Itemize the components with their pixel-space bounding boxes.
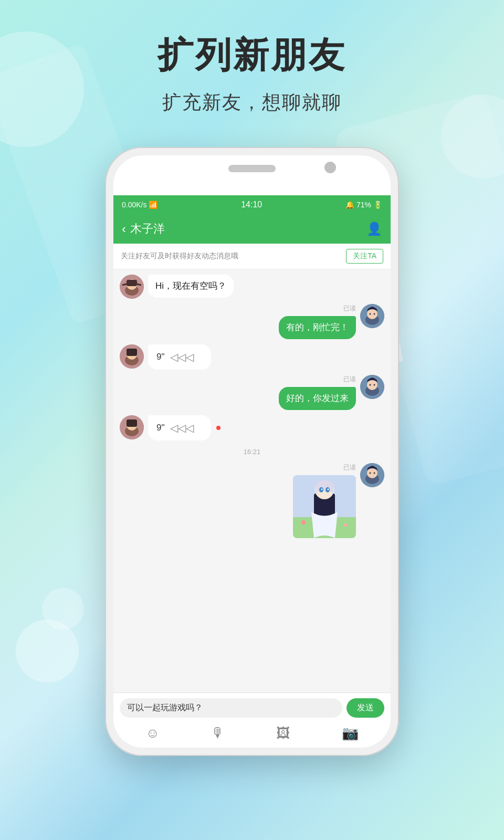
status-left: 0.00K/s 📶 bbox=[122, 201, 158, 209]
svg-rect-27 bbox=[127, 419, 137, 427]
voice-wave-icon-5: ◁◁◁ bbox=[170, 422, 194, 434]
back-button[interactable]: ‹ bbox=[122, 222, 126, 236]
bubble-2: 有的，刚忙完！ bbox=[279, 316, 356, 339]
svg-line-4 bbox=[122, 284, 127, 285]
svg-point-12 bbox=[374, 313, 375, 315]
status-bar: 0.00K/s 📶 14:10 🔔 71% 🔋 bbox=[113, 195, 391, 214]
screen: 0.00K/s 📶 14:10 🔔 71% 🔋 ‹ 木子洋 👤 bbox=[113, 195, 391, 748]
network-speed: 0.00K/s bbox=[122, 201, 146, 209]
bubble-1: Hi，现在有空吗？ bbox=[148, 275, 234, 298]
status-time: 14:10 bbox=[241, 200, 262, 209]
svg-rect-16 bbox=[127, 349, 137, 356]
sub-title: 扩充新友，想聊就聊 bbox=[0, 90, 504, 116]
message-1: Hi，现在有空吗？ bbox=[120, 275, 384, 299]
message-3: 9" ◁◁◁ bbox=[120, 344, 384, 370]
svg-point-18 bbox=[133, 353, 135, 355]
message-7: 已读 bbox=[120, 463, 384, 538]
image-bubble-7 bbox=[293, 475, 356, 538]
read-label-2: 已读 bbox=[343, 304, 356, 313]
svg-point-29 bbox=[133, 424, 135, 426]
input-bar: 可以一起玩游戏吗？ 发送 ☺ 🎙 🖼 📷 bbox=[113, 692, 391, 748]
avatar-self-1 bbox=[360, 304, 384, 328]
svg-point-17 bbox=[129, 353, 131, 355]
svg-point-34 bbox=[374, 472, 375, 474]
contact-name: 木子洋 bbox=[130, 221, 366, 237]
microphone-icon[interactable]: 🎙 bbox=[211, 725, 225, 741]
follow-button[interactable]: 关注TA bbox=[346, 249, 383, 264]
unread-dot bbox=[216, 426, 220, 430]
avatar-self-3 bbox=[360, 463, 384, 487]
battery-percent: 71% bbox=[356, 201, 371, 209]
header-area: 扩列新朋友 扩充新友，想聊就聊 bbox=[0, 32, 504, 116]
main-title: 扩列新朋友 bbox=[0, 32, 504, 79]
svg-point-7 bbox=[133, 284, 135, 286]
svg-point-10 bbox=[367, 309, 377, 319]
svg-point-23 bbox=[374, 384, 375, 385]
time-separator: 16:21 bbox=[120, 448, 384, 456]
avatar-other-3 bbox=[120, 415, 144, 439]
read-label-4: 已读 bbox=[343, 375, 356, 384]
input-row: 可以一起玩游戏吗？ 发送 bbox=[120, 698, 384, 718]
svg-point-44 bbox=[301, 520, 306, 524]
avatar-self-2 bbox=[360, 375, 384, 399]
svg-point-42 bbox=[321, 488, 323, 490]
bubble-4: 好的，你发过来 bbox=[279, 387, 356, 410]
chat-area: Hi，现在有空吗？ bbox=[113, 269, 391, 692]
bell-icon: 🔔 bbox=[345, 201, 354, 209]
voice-duration-3: 9" bbox=[156, 352, 165, 362]
read-label-7: 已读 bbox=[343, 463, 356, 472]
follow-banner: 关注好友可及时获得好友动态消息哦 关注TA bbox=[113, 244, 391, 269]
svg-point-6 bbox=[129, 284, 131, 286]
svg-line-5 bbox=[137, 284, 141, 285]
title-bar: ‹ 木子洋 👤 bbox=[113, 214, 391, 244]
voice-duration-5: 9" bbox=[156, 423, 165, 433]
phone-screen-frame: 0.00K/s 📶 14:10 🔔 71% 🔋 ‹ 木子洋 👤 bbox=[113, 155, 391, 748]
avatar-other-2 bbox=[120, 344, 144, 369]
deco-circle-4 bbox=[42, 588, 84, 630]
message-5: 9" ◁◁◁ bbox=[120, 415, 384, 440]
phone-speaker bbox=[228, 165, 276, 172]
status-right: 🔔 71% 🔋 bbox=[345, 201, 382, 209]
profile-icon[interactable]: 👤 bbox=[366, 222, 382, 236]
svg-point-28 bbox=[129, 424, 131, 426]
camera-icon[interactable]: 📷 bbox=[342, 725, 359, 741]
image-icon[interactable]: 🖼 bbox=[276, 725, 290, 741]
svg-point-33 bbox=[370, 472, 371, 474]
svg-point-32 bbox=[367, 468, 377, 478]
voice-bubble-5[interactable]: 9" ◁◁◁ bbox=[148, 415, 211, 440]
battery-icon: 🔋 bbox=[373, 201, 382, 209]
follow-text: 关注好友可及时获得好友动态消息哦 bbox=[121, 251, 238, 261]
emoji-icon[interactable]: ☺ bbox=[145, 725, 160, 741]
phone-outer: 0.00K/s 📶 14:10 🔔 71% 🔋 ‹ 木子洋 👤 bbox=[105, 147, 399, 756]
svg-point-45 bbox=[344, 523, 347, 527]
svg-point-43 bbox=[328, 488, 329, 490]
toolbar-row: ☺ 🎙 🖼 📷 bbox=[120, 723, 384, 742]
phone-container: 0.00K/s 📶 14:10 🔔 71% 🔋 ‹ 木子洋 👤 bbox=[105, 147, 399, 756]
svg-point-22 bbox=[370, 384, 371, 385]
message-4: 已读 好的，你发过来 bbox=[120, 375, 384, 410]
wifi-icon: 📶 bbox=[149, 201, 158, 209]
avatar-other-1 bbox=[120, 275, 144, 299]
message-input[interactable]: 可以一起玩游戏吗？ bbox=[120, 698, 342, 718]
send-button[interactable]: 发送 bbox=[346, 698, 384, 718]
svg-point-21 bbox=[367, 380, 377, 390]
voice-wave-icon-3: ◁◁◁ bbox=[170, 351, 194, 363]
svg-rect-3 bbox=[127, 280, 137, 286]
voice-bubble-3[interactable]: 9" ◁◁◁ bbox=[148, 344, 211, 370]
phone-camera bbox=[324, 162, 336, 173]
svg-point-11 bbox=[370, 313, 371, 315]
message-2: 已读 有的，刚忙完！ bbox=[120, 304, 384, 339]
